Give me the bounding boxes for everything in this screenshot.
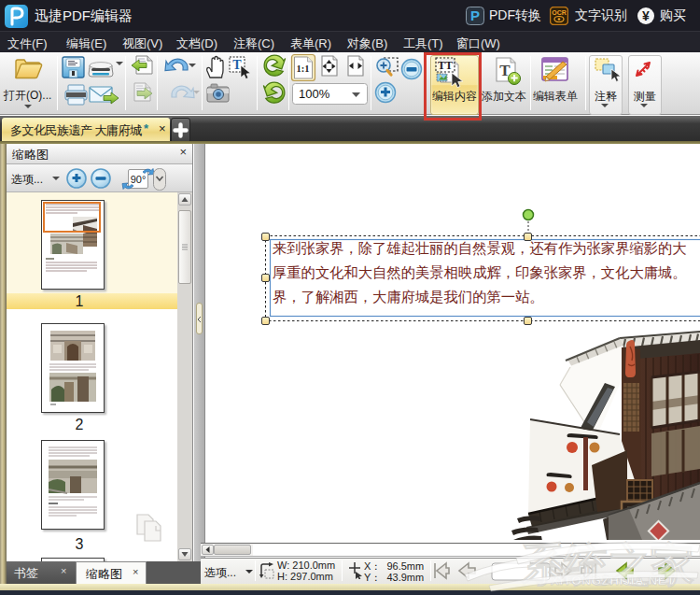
svg-text:90°: 90° (131, 174, 147, 185)
svg-text:1:1: 1:1 (297, 64, 310, 74)
svg-text:¥: ¥ (642, 8, 650, 23)
svg-text:100%: 100% (299, 87, 330, 101)
svg-text:P: P (470, 7, 480, 23)
svg-text:OCR: OCR (552, 9, 567, 16)
